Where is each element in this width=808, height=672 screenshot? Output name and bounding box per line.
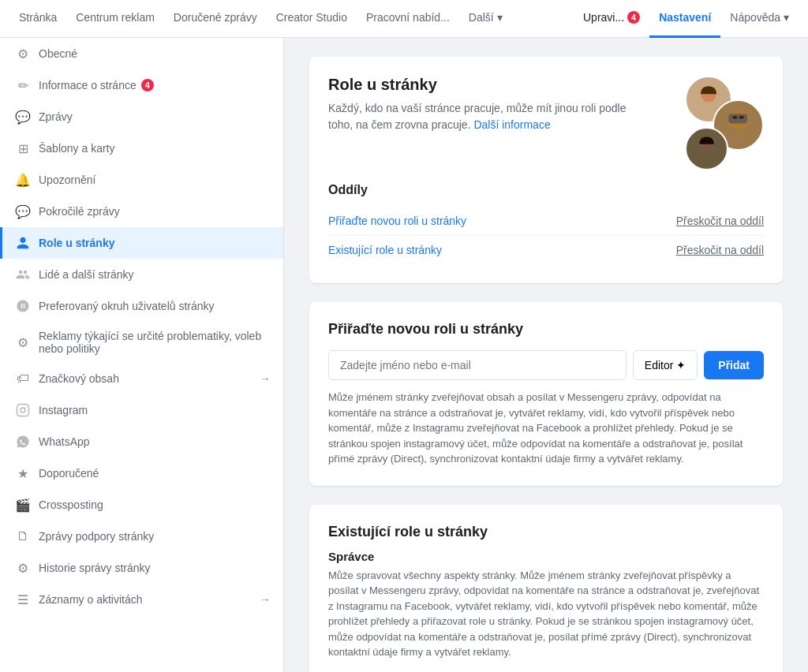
role-type-desc: Může spravovat všechny aspekty stránky. …: [328, 568, 764, 660]
nav-dalsi[interactable]: Další ▾: [459, 0, 512, 38]
sidebar-item-crossposting[interactable]: 🎬 Crossposting: [0, 489, 283, 521]
sidebar-item-pokrocile[interactable]: 💬 Pokročilé zprávy: [0, 196, 283, 227]
oddily-row-2: Existující role u stránky Přeskočit na o…: [328, 236, 764, 264]
add-role-title: Přiřaďte novou roli u stránky: [328, 321, 764, 338]
avatar-3: [685, 127, 728, 170]
nav-centrum-reklam[interactable]: Centrum reklam: [66, 0, 164, 38]
sidebar-item-zaznamy[interactable]: ☰ Záznamy o aktivitách →: [0, 584, 283, 615]
role-header: Role u stránky Každý, kdo na vaší stránc…: [328, 76, 764, 170]
bell-icon: 🔔: [15, 172, 31, 188]
role-title: Role u stránky: [328, 76, 644, 94]
main-content: Role u stránky Každý, kdo na vaší stránc…: [284, 38, 808, 672]
history-icon: ⚙: [15, 560, 31, 576]
sidebar-item-lide[interactable]: Lidé a další stránky: [0, 259, 283, 290]
sidebar-item-historie[interactable]: ⚙ Historie správy stránky: [0, 552, 283, 584]
tag-icon: 🏷: [15, 371, 31, 386]
svg-rect-9: [728, 114, 747, 124]
sidebar-item-podpory[interactable]: 🗋 Zprávy podpory stránky: [0, 521, 283, 552]
nav-napoveda[interactable]: Nápověda ▾: [720, 0, 799, 38]
sidebar-item-obecne[interactable]: ⚙ Obecné: [0, 38, 283, 69]
top-nav: Stránka Centrum reklam Doručené zprávy C…: [0, 0, 808, 38]
arrow-icon: →: [260, 372, 271, 385]
support-icon: 🗋: [15, 528, 31, 544]
arrow-icon-zaznamy: →: [260, 593, 271, 606]
video-icon: 🎬: [15, 497, 31, 513]
svg-rect-0: [17, 405, 29, 416]
oddily-action-2[interactable]: Přeskočit na oddíl: [676, 244, 764, 256]
svg-point-2: [25, 406, 27, 408]
sidebar-item-whatsapp[interactable]: WhatsApp: [0, 426, 283, 457]
add-role-card: Přiřaďte novou roli u stránky Editor ✦ P…: [309, 302, 783, 486]
role-select-button[interactable]: Editor ✦: [633, 350, 698, 380]
grid-icon: ⊞: [15, 140, 31, 156]
nav-badge: 4: [627, 11, 640, 24]
people-icon: [15, 267, 31, 282]
instagram-icon: [15, 402, 31, 418]
sidebar-item-preferovany[interactable]: Preferovaný okruh uživatelů stránky: [0, 290, 283, 322]
gear-icon: ⚙: [15, 46, 31, 62]
sidebar-item-reklamy[interactable]: ⚙ Reklamy týkající se určité problematik…: [0, 322, 283, 363]
existing-roles-title: Existující role u stránky: [328, 524, 764, 540]
sidebar-item-role[interactable]: Role u stránky: [0, 227, 283, 259]
sidebar-item-upozorneni[interactable]: 🔔 Upozornění: [0, 164, 283, 196]
role-card: Role u stránky Každý, kdo na vaší stránc…: [309, 57, 783, 283]
ad-icon: ⚙: [15, 334, 31, 350]
nav-upravi[interactable]: Upravi... 4: [574, 0, 649, 38]
svg-point-1: [21, 408, 25, 413]
sidebar-item-informace[interactable]: ✏ Informace o stránce 4: [0, 69, 283, 101]
avatars-group: [669, 76, 764, 170]
sidebar-item-sablony[interactable]: ⊞ Šablony a karty: [0, 133, 283, 164]
svg-rect-10: [732, 116, 737, 118]
whatsapp-icon: [15, 434, 31, 450]
oddily-row-1: Přiřaďte novou roli u stránky Přeskočit …: [328, 207, 764, 236]
role-description-text: Může jménem stránky zveřejňovat obsah a …: [328, 390, 764, 467]
role-type-title: Správce: [328, 550, 764, 563]
nav-stranka[interactable]: Stránka: [9, 0, 66, 38]
existing-roles-card: Existující role u stránky Správce Může s…: [309, 505, 783, 673]
svg-point-13: [695, 151, 717, 166]
nav-dorucene-zpravy[interactable]: Doručené zprávy: [164, 0, 267, 38]
oddily-link-1[interactable]: Přiřaďte novou roli u stránky: [328, 215, 466, 227]
oddily-link-2[interactable]: Existující role u stránky: [328, 244, 442, 256]
nav-creator-studio[interactable]: Creator Studio: [267, 0, 357, 38]
preferred-icon: [15, 298, 31, 314]
sidebar-item-zpravy[interactable]: 💬 Zprávy: [0, 101, 283, 133]
main-layout: ⚙ Obecné ✏ Informace o stránce 4 💬 Zpráv…: [0, 38, 808, 672]
role-link[interactable]: Další informace: [473, 118, 550, 131]
oddily-title: Oddíly: [328, 183, 764, 197]
sidebar-item-instagram[interactable]: Instagram: [0, 394, 283, 426]
role-description: Každý, kdo na vaší stránce pracuje, může…: [328, 100, 644, 133]
sidebar: ⚙ Obecné ✏ Informace o stránce 4 💬 Zpráv…: [0, 38, 284, 672]
star-icon: ★: [15, 465, 31, 481]
sidebar-item-znackovy[interactable]: 🏷 Značkový obsah →: [0, 363, 283, 394]
add-role-form: Editor ✦ Přidat: [328, 350, 764, 380]
svg-point-7: [724, 129, 751, 147]
role-header-text: Role u stránky Každý, kdo na vaší stránc…: [328, 76, 644, 133]
sidebar-badge-informace: 4: [141, 79, 154, 91]
pridat-button[interactable]: Přidat: [704, 351, 764, 379]
name-email-input[interactable]: [328, 350, 627, 380]
person-icon: [15, 235, 31, 251]
pencil-icon: ✏: [15, 77, 31, 93]
sidebar-item-doporucene[interactable]: ★ Doporučené: [0, 457, 283, 489]
nav-pracovni-nabid[interactable]: Pracovní nabíd...: [357, 0, 459, 38]
svg-rect-11: [739, 116, 744, 118]
oddily-action-1[interactable]: Přeskočit na oddíl: [676, 215, 764, 227]
list-icon: ☰: [15, 592, 31, 607]
advanced-message-icon: 💬: [15, 203, 31, 219]
message-icon: 💬: [15, 109, 31, 125]
nav-nastaveni[interactable]: Nastavení: [649, 0, 720, 38]
